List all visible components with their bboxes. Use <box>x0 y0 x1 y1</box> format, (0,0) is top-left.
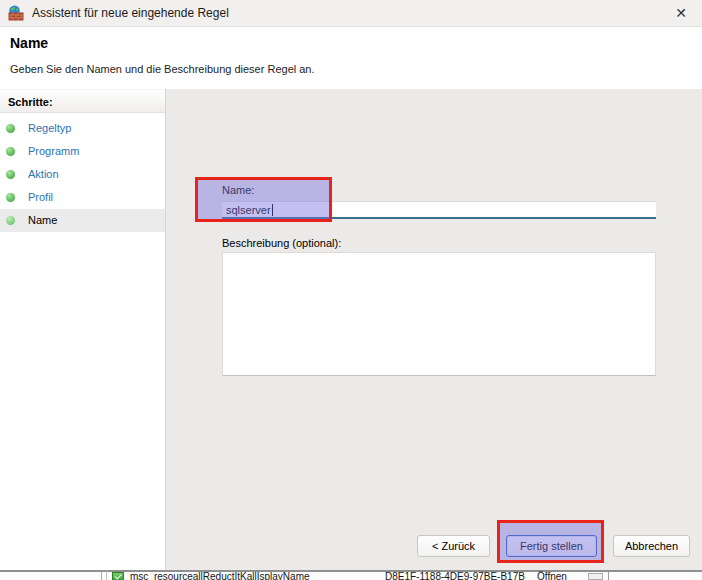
sidebar-item-name[interactable]: Name <box>0 209 165 232</box>
description-field-label: Beschreibung (optional): <box>222 237 341 249</box>
page-subtitle: Geben Sie den Namen und die Beschreibung… <box>10 63 315 75</box>
step-bullet-icon <box>6 170 15 179</box>
background-rule-status: Öffnen <box>537 571 567 580</box>
page-header: Name Geben Sie den Namen und die Beschre… <box>0 27 702 89</box>
annotation-rect-finish-button <box>497 520 604 563</box>
step-label: Name <box>28 214 57 226</box>
background-rule-id: D8E1F-1188-4DE9-97BE-B17B <box>385 571 525 580</box>
background-divider <box>101 571 102 580</box>
window-title: Assistent für neue eingehende Regel <box>32 0 229 26</box>
close-icon[interactable]: ✕ <box>666 0 696 26</box>
background-divider <box>106 571 107 580</box>
steps-heading: Schritte: <box>0 89 165 113</box>
wizard-dialog: Assistent für neue eingehende Regel ✕ Na… <box>0 0 702 580</box>
sidebar-item-profil[interactable]: Profil <box>0 186 165 209</box>
back-button[interactable]: < Zurück <box>417 535 490 557</box>
step-bullet-icon <box>6 147 15 156</box>
steps-sidebar: Schritte: Regeltyp Programm Aktion Profi… <box>0 89 166 570</box>
sidebar-item-regeltyp[interactable]: Regeltyp <box>0 117 165 140</box>
cancel-button[interactable]: Abbrechen <box>613 535 690 557</box>
annotation-rect-name-field <box>195 177 332 222</box>
sidebar-item-aktion[interactable]: Aktion <box>0 163 165 186</box>
firewall-icon <box>8 5 24 21</box>
title-bar: Assistent für neue eingehende Regel ✕ <box>0 0 702 27</box>
background-rule-name: msc_resourceallReductItKallIsplayName <box>130 571 310 580</box>
sidebar-item-programm[interactable]: Programm <box>0 140 165 163</box>
step-label: Programm <box>28 145 79 157</box>
description-textarea[interactable] <box>222 252 656 376</box>
rule-enabled-icon <box>112 572 124 580</box>
step-label: Aktion <box>28 168 59 180</box>
step-list: Regeltyp Programm Aktion Profil Name <box>0 117 165 232</box>
background-window-edge <box>608 571 609 580</box>
step-bullet-icon <box>6 216 15 225</box>
step-bullet-icon <box>6 124 15 133</box>
step-label: Profil <box>28 191 53 203</box>
background-scrollbar[interactable] <box>588 573 603 580</box>
step-bullet-icon <box>6 193 15 202</box>
page-title: Name <box>10 35 48 51</box>
step-label: Regeltyp <box>28 122 71 134</box>
